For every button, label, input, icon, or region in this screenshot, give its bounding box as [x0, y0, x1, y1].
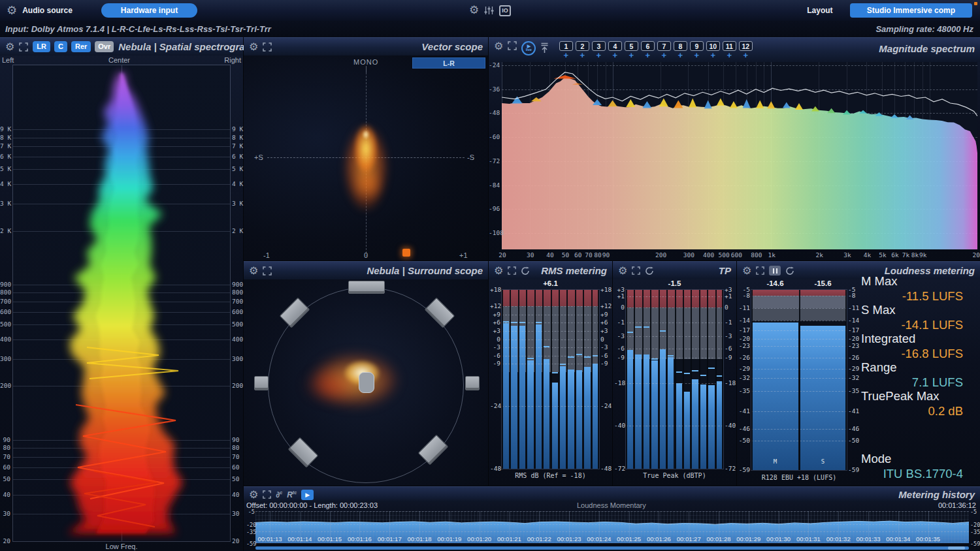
history-scrollbar-nub[interactable]	[948, 546, 965, 550]
history-scale-tick: -5	[246, 509, 255, 515]
channel-add-button-9[interactable]: +	[694, 52, 700, 59]
readout-value-mode: ITU BS.1770-4	[835, 467, 963, 481]
offset-timecode-icon[interactable]: ∂c	[276, 490, 282, 499]
channel-add-button-11[interactable]: +	[727, 52, 732, 59]
live-mode-button[interactable]: ▶live	[521, 41, 536, 55]
tp-title: TP	[719, 265, 731, 276]
freq-tick-label: 4k	[861, 252, 873, 259]
audio-source-gear-icon[interactable]: ⚙	[7, 5, 17, 16]
magnitude-channel-button-12[interactable]: 12	[739, 41, 753, 51]
spatial-fullscreen-icon[interactable]	[19, 42, 28, 52]
channel-column-2: 2+	[575, 41, 589, 59]
channel-add-button-12[interactable]: +	[743, 52, 749, 59]
magnitude-channel-button-2[interactable]: 2	[576, 41, 589, 51]
vector-mode-button[interactable]: L-R	[412, 57, 485, 69]
tp-reset-icon[interactable]	[645, 266, 654, 276]
meter-scale-tick: -8	[738, 292, 750, 299]
meter-scale-tick: +1	[725, 293, 732, 300]
surround-fullscreen-icon[interactable]	[263, 266, 272, 276]
rms-settings-icon[interactable]: ⚙	[494, 266, 503, 276]
freq-tick-right: 800	[232, 289, 243, 296]
meter-scale-tick: -48	[490, 465, 500, 472]
channel-add-button-5[interactable]: +	[629, 52, 634, 59]
spatial-title: Nebula | Spatial spectrogram	[118, 41, 253, 52]
tp-settings-icon[interactable]: ⚙	[618, 266, 627, 276]
io-routing-icon[interactable]: IO	[499, 5, 511, 16]
magnitude-channel-button-9[interactable]: 9	[690, 41, 704, 51]
channel-add-button-6[interactable]: +	[645, 52, 651, 59]
surround-settings-icon[interactable]: ⚙	[249, 266, 258, 276]
spatial-channel-button-lr[interactable]: LR	[33, 41, 50, 52]
tp-fullscreen-icon[interactable]	[632, 266, 640, 275]
channel-add-button-3[interactable]: +	[596, 52, 602, 59]
meter-peak-cap	[583, 356, 590, 358]
speaker-side-left-icon[interactable]	[254, 376, 269, 390]
vector-settings-icon[interactable]: ⚙	[249, 42, 258, 52]
channel-add-button-8[interactable]: +	[678, 52, 683, 59]
channel-add-button-2[interactable]: +	[580, 52, 585, 59]
magnitude-channel-button-4[interactable]: 4	[608, 41, 622, 51]
history-fullscreen-icon[interactable]	[263, 490, 271, 499]
magnitude-channel-button-7[interactable]: 7	[657, 41, 671, 51]
layout-preset-button[interactable]: Studio Immersive comp	[850, 3, 972, 18]
magnitude-channel-button-3[interactable]: 3	[592, 41, 606, 51]
meter-column-separator	[526, 290, 527, 469]
loudness-settings-icon[interactable]: ⚙	[742, 266, 751, 276]
meter-scale-tick: 0	[490, 336, 500, 343]
spatial-channel-button-ovr[interactable]: Ovr	[95, 41, 114, 52]
freq-tick-label: 200	[655, 252, 667, 259]
balance-marker[interactable]	[402, 249, 410, 257]
speaker-center-icon[interactable]	[348, 281, 385, 294]
true-peak-panel: ⚙ TP -1.5 True Peak (dBTP) +3+3+1+100-1-…	[613, 261, 736, 486]
channel-add-button-4[interactable]: +	[613, 52, 618, 59]
meter-scale-tick: -46	[738, 426, 750, 432]
freq-tick-left: 500	[0, 321, 10, 328]
magnitude-channel-button-6[interactable]: 6	[641, 41, 655, 51]
time-tick-label: 00:01:22	[527, 535, 551, 543]
channel-add-button-1[interactable]: +	[564, 52, 569, 59]
time-tick-label: 00:01:17	[378, 535, 402, 543]
freq-tick-left: 30	[0, 511, 10, 517]
return-timecode-icon[interactable]: Rtc	[287, 490, 297, 499]
magnitude-channel-button-11[interactable]: 11	[723, 41, 736, 51]
magnitude-channel-button-8[interactable]: 8	[674, 41, 687, 51]
rms-reset-icon[interactable]	[521, 266, 530, 276]
freq-tick-right: 3 K	[232, 200, 243, 207]
meter-bar	[752, 323, 798, 470]
freq-tick-left: 90	[0, 437, 10, 443]
magnitude-channel-button-10[interactable]: 10	[706, 41, 720, 51]
freq-tick-right: 80	[232, 445, 239, 451]
readout-label-truepeak-max: TruePeak Max	[861, 389, 975, 403]
meter-column-separator	[598, 290, 599, 469]
rms-fullscreen-icon[interactable]	[508, 266, 516, 275]
magnitude-settings-icon[interactable]: ⚙	[494, 41, 503, 52]
magnitude-fullscreen-icon[interactable]	[508, 41, 517, 50]
spatial-channel-button-rer[interactable]: Rer	[71, 41, 91, 52]
mixer-sliders-icon[interactable]	[484, 6, 494, 15]
x-tick-neg1: -1	[263, 251, 270, 259]
freq-tick-right: 700	[232, 298, 243, 305]
vector-fullscreen-icon[interactable]	[263, 42, 272, 52]
channel-add-button-10[interactable]: +	[711, 52, 716, 59]
history-play-button[interactable]: ▶	[301, 490, 314, 500]
peak-hold-reset-icon[interactable]	[540, 42, 549, 54]
magnitude-channel-button-5[interactable]: 5	[625, 41, 638, 51]
magnitude-channel-button-1[interactable]: 1	[559, 41, 573, 51]
history-settings-icon[interactable]: ⚙	[249, 490, 258, 500]
spatial-channel-button-c[interactable]: C	[54, 41, 67, 52]
meter-scale-tick: +1	[614, 293, 625, 300]
history-scrollbar[interactable]	[255, 546, 969, 550]
hardware-input-button[interactable]: Hardware input	[101, 3, 197, 18]
speaker-side-right-icon[interactable]	[465, 376, 480, 390]
channel-add-button-7[interactable]: +	[662, 52, 667, 59]
settings-gear-icon[interactable]: ⚙	[469, 5, 479, 16]
time-tick-label: 00:01:30	[766, 535, 791, 543]
loudness-reset-icon[interactable]	[785, 266, 794, 276]
meter-scale-tick: +9	[600, 311, 608, 318]
meter-column-separator	[591, 290, 593, 469]
loudness-fullscreen-icon[interactable]	[756, 266, 764, 275]
freq-tick-left: 50	[0, 476, 10, 482]
loudness-pause-button[interactable]	[769, 266, 781, 276]
meter-peak-cap	[627, 332, 633, 333]
spatial-settings-icon[interactable]: ⚙	[5, 42, 14, 52]
